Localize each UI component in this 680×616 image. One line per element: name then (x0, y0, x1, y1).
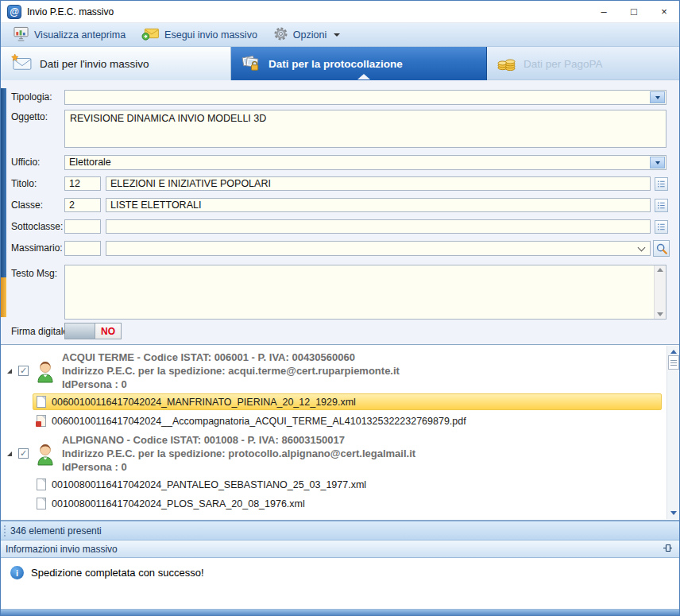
massimario-label: Massimario: (11, 242, 63, 254)
massimario-combobox[interactable] (106, 241, 651, 256)
massimario-code-input[interactable] (64, 241, 101, 256)
recipient-group-row[interactable]: ✓ACQUI TERME - Codice ISTAT: 006001 - P.… (1, 348, 679, 391)
scroll-down-icon[interactable] (670, 511, 677, 515)
minimize-button[interactable]: – (589, 1, 619, 22)
recipient-list: ✓ACQUI TERME - Codice ISTAT: 006001 - P.… (1, 344, 679, 521)
tipologia-label: Tipologia: (11, 91, 52, 103)
pdf-file-icon (37, 415, 46, 427)
sottoclasse-description-input[interactable] (106, 219, 651, 234)
close-button[interactable]: × (649, 1, 679, 22)
documents-lock-icon (241, 54, 261, 74)
file-row[interactable]: 00100800116417042024_PLOS_SARA_20_08_197… (33, 495, 662, 512)
preview-screen-icon (13, 26, 29, 44)
recipient-line: Indirizzo P.E.C. per la spedizione: acqu… (62, 364, 400, 378)
recipient-group-row[interactable]: ✓ALPIGNANO - Codice ISTAT: 001008 - P. I… (1, 431, 679, 474)
recipient-line: IdPersona : 0 (62, 378, 400, 391)
options-button[interactable]: Opzioni (266, 25, 347, 45)
app-icon: @ (7, 5, 21, 19)
coins-icon (496, 54, 516, 73)
options-dropdown-caret-icon (334, 33, 340, 37)
sottoclasse-lookup-button[interactable] (655, 220, 668, 234)
firma-digitale-label: Firma digitale: (11, 326, 71, 337)
recipient-line: IdPersona : 0 (62, 460, 415, 474)
send-massive-button[interactable]: Esegui invio massivo (134, 25, 265, 45)
toggle-knob[interactable] (65, 323, 95, 339)
info-message: Spedizione completata con successo! (31, 567, 204, 579)
pin-icon[interactable] (663, 543, 673, 556)
person-icon (35, 442, 56, 466)
xml-file-icon (37, 396, 46, 408)
recipient-checkbox[interactable]: ✓ (18, 366, 29, 376)
app-window: @ Invio P.E.C. massivo – □ × Visualizza … (0, 0, 680, 616)
recipient-checkbox[interactable]: ✓ (18, 448, 29, 459)
info-icon: i (10, 566, 24, 579)
classe-description-input[interactable]: LISTE ELETTORALI (106, 198, 651, 212)
titolo-description-input[interactable]: ELEZIONI E INIZIATIVE POPOLARI (106, 176, 651, 191)
status-text: 346 elementi presenti (10, 525, 102, 537)
recipient-line: Indirizzo P.E.C. per la spedizione: prot… (62, 447, 415, 460)
recipient-line: ALPIGNANO - Codice ISTAT: 001008 - P. IV… (62, 433, 415, 447)
scroll-down-icon[interactable] (657, 312, 663, 316)
preview-label: Visualizza anteprima (34, 29, 126, 41)
xml-file-icon (37, 498, 46, 509)
scroll-up-icon[interactable] (657, 268, 663, 272)
classe-lookup-button[interactable] (655, 199, 668, 212)
list-icon (657, 223, 666, 231)
toolbar: Visualizza anteprima Esegui invio massiv… (1, 23, 679, 47)
dropdown-arrow-icon (655, 96, 660, 99)
classe-code-input[interactable]: 2 (64, 198, 101, 212)
classe-label: Classe: (11, 200, 43, 211)
tab-label: Dati per la protocollazione (269, 58, 403, 70)
expander-icon[interactable] (7, 451, 12, 456)
firma-digitale-toggle[interactable]: NO (64, 323, 122, 339)
file-name: 00600100116417042024_MANFRINATO_PIERINA_… (52, 397, 356, 408)
scroll-up-icon[interactable] (670, 350, 677, 354)
list-icon (657, 201, 666, 210)
titolo-lookup-button[interactable] (655, 177, 668, 191)
window-bottom-edge (1, 610, 679, 616)
scrollbar-thumb[interactable] (668, 355, 679, 370)
firma-digitale-value: NO (95, 323, 121, 339)
ufficio-combobox[interactable]: Elettorale (64, 155, 666, 170)
list-scrollbar[interactable] (666, 346, 679, 519)
info-panel-body: i Spedizione completata con successo! (1, 558, 679, 610)
expander-icon[interactable] (7, 369, 12, 374)
titolo-label: Titolo: (11, 178, 37, 189)
tipologia-dropdown-button[interactable] (650, 91, 665, 103)
recipient-line: ACQUI TERME - Codice ISTAT: 006001 - P. … (62, 351, 400, 364)
testo-msg-scrollbar[interactable] (654, 265, 666, 319)
window-title: Invio P.E.C. massivo (27, 6, 114, 17)
maximize-button[interactable]: □ (619, 1, 649, 22)
protocol-form: Tipologia: Oggetto: REVISIONE DINAMICA I… (1, 80, 679, 344)
file-row[interactable]: 00100800116417042024_PANTALEO_SEBASTIANO… (33, 476, 662, 493)
status-bar: 346 elementi presenti (1, 521, 679, 540)
list-icon (657, 180, 666, 188)
tipologia-combobox[interactable] (64, 90, 666, 105)
ufficio-dropdown-button[interactable] (650, 157, 665, 169)
tab-label: Dati per PagoPA (524, 58, 603, 70)
file-row[interactable]: 00600100116417042024__Accompagnatoria_AC… (33, 413, 662, 429)
sottoclasse-code-input[interactable] (64, 219, 101, 234)
oggetto-textarea[interactable]: REVISIONE DINAMICA INVIO MODELLI 3D (64, 110, 666, 148)
options-label: Opzioni (293, 29, 326, 41)
recipient-info: ACQUI TERME - Codice ISTAT: 006001 - P. … (62, 351, 400, 391)
collapsed-panel-strip-orange[interactable] (1, 277, 6, 317)
xml-file-icon (37, 478, 46, 490)
ufficio-label: Ufficio: (11, 157, 40, 168)
titolo-code-input[interactable]: 12 (64, 176, 101, 191)
dropdown-arrow-icon (655, 161, 660, 165)
massimario-search-button[interactable] (653, 240, 670, 257)
testo-msg-textarea[interactable] (64, 265, 666, 320)
active-tab-notch (357, 74, 370, 79)
collapsed-panel-strip-blue[interactable] (1, 88, 6, 277)
file-name: 00600100116417042024__Accompagnatoria_AC… (52, 416, 466, 427)
grip-dots-icon (4, 525, 6, 537)
file-row[interactable]: 00600100116417042024_MANFRINATO_PIERINA_… (33, 393, 662, 410)
person-icon (35, 359, 56, 383)
file-name: 00100800116417042024_PANTALEO_SEBASTIANO… (52, 479, 366, 490)
recipient-info: ALPIGNANO - Codice ISTAT: 001008 - P. IV… (62, 433, 415, 474)
preview-button[interactable]: Visualizza anteprima (6, 25, 133, 45)
tab-dati-invio-massivo[interactable]: Dati per l'invio massivo (1, 47, 231, 80)
tab-label: Dati per l'invio massivo (40, 58, 149, 70)
envelope-star-icon (10, 54, 33, 74)
